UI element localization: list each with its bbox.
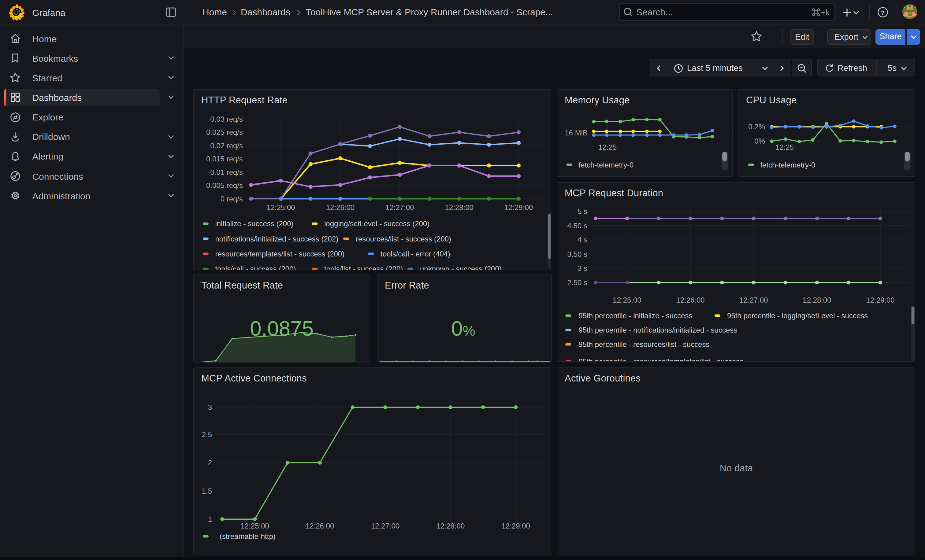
svg-text:0.025 req/s: 0.025 req/s	[206, 128, 243, 136]
svg-text:95th percentile - logging/setL: 95th percentile - logging/setLevel - suc…	[727, 311, 868, 320]
svg-text:12:25:00: 12:25:00	[240, 522, 269, 530]
svg-text:12:28:00: 12:28:00	[803, 296, 831, 304]
svg-text:95th percentile - initialize -: 95th percentile - initialize - success	[579, 311, 692, 320]
svg-text:12:27:00: 12:27:00	[386, 203, 414, 211]
svg-text:unknown - success (200): unknown - success (200)	[420, 264, 502, 270]
svg-text:16 MiB: 16 MiB	[565, 128, 588, 137]
svg-text:0.015 req/s: 0.015 req/s	[206, 155, 243, 163]
svg-text:1.5: 1.5	[202, 486, 212, 495]
svg-text:0.005 req/s: 0.005 req/s	[206, 181, 243, 189]
svg-text:1: 1	[208, 515, 212, 523]
svg-text:0%: 0%	[754, 137, 765, 145]
svg-text:0.02 req/s: 0.02 req/s	[210, 141, 243, 150]
svg-text:12:29:00: 12:29:00	[501, 522, 530, 530]
svg-text:12:25: 12:25	[598, 143, 617, 151]
svg-text:0.2%: 0.2%	[748, 122, 765, 131]
svg-text:12:29:00: 12:29:00	[866, 296, 895, 304]
svg-text:- (streamable-http): - (streamable-http)	[215, 532, 275, 540]
svg-text:12:28:00: 12:28:00	[445, 203, 473, 211]
svg-text:95th percentile - notification: 95th percentile - notifications/initiali…	[579, 326, 737, 334]
svg-text:tools/call - error (404): tools/call - error (404)	[381, 249, 450, 258]
svg-text:2: 2	[208, 458, 212, 467]
svg-text:95th percentile - resources/te: 95th percentile - resources/templates/li…	[579, 357, 743, 362]
svg-text:0.03 req/s: 0.03 req/s	[210, 115, 243, 123]
svg-text:initialize - success (200): initialize - success (200)	[215, 219, 293, 227]
svg-text:12:27:00: 12:27:00	[739, 296, 768, 304]
svg-text:12:27:00: 12:27:00	[371, 522, 399, 530]
svg-text:12:25: 12:25	[775, 143, 794, 151]
svg-text:12:26:00: 12:26:00	[676, 296, 705, 304]
svg-text:resources/templates/list - suc: resources/templates/list - success (200)	[215, 249, 344, 258]
svg-text:12:25:00: 12:25:00	[613, 296, 641, 304]
svg-text:4.50 s: 4.50 s	[567, 222, 587, 230]
svg-text:12:25:00: 12:25:00	[267, 203, 295, 211]
svg-text:0 req/s: 0 req/s	[220, 194, 243, 203]
svg-text:12:29:00: 12:29:00	[505, 203, 533, 211]
svg-text:95th percentile - resources/li: 95th percentile - resources/list - succe…	[579, 340, 710, 348]
svg-text:12:26:00: 12:26:00	[306, 522, 334, 530]
svg-text:resources/list - success (200): resources/list - success (200)	[356, 234, 451, 243]
svg-text:5 s: 5 s	[577, 207, 587, 216]
svg-text:fetch-telemetry-0: fetch-telemetry-0	[579, 161, 633, 169]
svg-text:4 s: 4 s	[577, 236, 587, 244]
svg-text:logging/setLevel - success (20: logging/setLevel - success (200)	[324, 219, 429, 227]
svg-text:12:26:00: 12:26:00	[326, 203, 354, 211]
svg-text:3: 3	[208, 403, 212, 411]
svg-text:tools/call - success (200): tools/call - success (200)	[215, 264, 296, 270]
svg-text:?: ?	[881, 9, 885, 16]
svg-text:12:28:00: 12:28:00	[436, 522, 465, 530]
svg-text:2.5: 2.5	[202, 430, 212, 438]
svg-text:0.01 req/s: 0.01 req/s	[210, 168, 243, 176]
svg-text:fetch-telemetry-0: fetch-telemetry-0	[760, 161, 815, 169]
svg-text:3 s: 3 s	[577, 264, 587, 273]
svg-text:tools/list - success (200): tools/list - success (200)	[324, 264, 403, 270]
svg-text:3.50 s: 3.50 s	[567, 250, 587, 258]
svg-text:2.50 s: 2.50 s	[567, 278, 587, 287]
svg-text:notifications/initialized - su: notifications/initialized - success (202…	[215, 234, 338, 243]
